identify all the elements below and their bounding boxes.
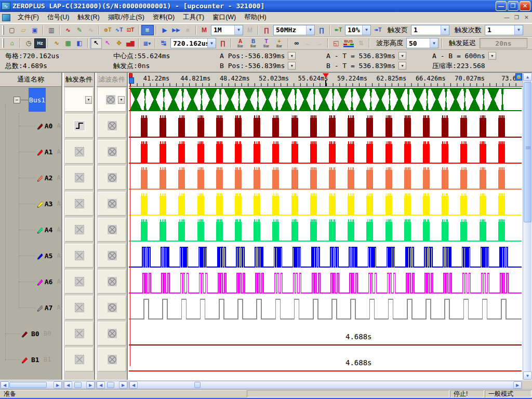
mdi-close-button[interactable]: ✕ [522, 14, 531, 21]
chevron-down-icon[interactable]: ▼ [430, 38, 438, 48]
run-icon[interactable]: ▶ [159, 24, 170, 35]
t-bar-button[interactable]: TBar [260, 38, 273, 49]
horizontal-scroll-thumb[interactable] [194, 382, 201, 388]
tree-collapse-icon[interactable]: − [14, 97, 20, 103]
scroll-right-button[interactable]: ▶ [119, 381, 127, 389]
menu-item-1[interactable]: 文件(F) [14, 12, 43, 23]
waveform-window-icon[interactable]: ∿ [51, 38, 62, 49]
chevron-down-icon[interactable]: ▼ [514, 25, 523, 35]
trigger-cell-b0[interactable] [65, 322, 94, 345]
b-bar-button[interactable]: BBar [247, 38, 260, 49]
filter-cell-a0[interactable] [98, 114, 126, 138]
chevron-down-icon[interactable]: ▼ [118, 96, 125, 104]
channel-panel-hscroll[interactable]: ◀▶ [0, 381, 62, 389]
a-bar-button[interactable]: ABar [234, 38, 247, 49]
chevron-down-icon[interactable]: ▼ [306, 25, 314, 35]
print-icon[interactable]: ▥ [46, 24, 57, 35]
menu-item-3[interactable]: 触发(R) [73, 12, 103, 23]
trigger-range-icon[interactable]: ⊡T [125, 24, 136, 35]
goto-trigger-icon[interactable]: ↠T [372, 24, 383, 35]
menu-item-8[interactable]: 帮助(H) [240, 12, 270, 23]
chevron-down-icon[interactable]: ▼ [398, 52, 406, 60]
trigger-pos-icon[interactable]: ↞T [332, 24, 344, 35]
filter-cell-a3[interactable] [98, 192, 126, 216]
scroll-down-button[interactable]: ▼ [523, 371, 532, 380]
trigger-wave-icon[interactable]: ∿T [113, 24, 125, 35]
trigger-cell-a7[interactable] [65, 296, 94, 320]
scroll-left-button[interactable]: ◀ [1, 381, 9, 389]
memory-depth-select[interactable]: 1M▼ [211, 25, 243, 35]
note-tool-icon[interactable]: ↖ [102, 38, 113, 49]
trigger-cell-a2[interactable] [65, 166, 94, 190]
compression-icon[interactable]: ∏ [261, 24, 272, 35]
screen-capture-icon[interactable]: ◱ [330, 38, 342, 49]
prev-edge-icon[interactable]: ← [302, 38, 314, 49]
trigger-count-select[interactable]: 1▼ [485, 25, 523, 35]
waveform-row-b0[interactable]: 4.688s [129, 321, 522, 347]
filter-cell-bus1[interactable]: ▼ [98, 88, 126, 112]
open-file-icon[interactable]: ▱ [18, 24, 29, 35]
home-icon[interactable]: ⌂ [6, 38, 18, 49]
listing-window-icon[interactable]: ▦ [62, 38, 74, 49]
waveform-row-b1[interactable]: 4.688s [129, 347, 522, 373]
restore-button[interactable]: ❐ [508, 1, 518, 11]
channel-row-bus1[interactable]: −Bus1 [0, 87, 62, 113]
time-ruler[interactable]: B 41.22ms44.821ms48.422ms52.023ms55.624m… [129, 73, 523, 87]
filter-cell-a2[interactable] [98, 166, 126, 190]
document-icon[interactable] [2, 14, 10, 21]
plus-bar-button[interactable]: +Bar [273, 38, 286, 49]
hand-tool-icon[interactable]: ✥ [113, 38, 125, 49]
waveform-area[interactable]: B 41.22ms44.821ms48.422ms52.023ms55.624m… [129, 73, 523, 380]
trigger-mark-icon[interactable]: ⊕T [102, 24, 113, 35]
horizontal-scroll-thumb[interactable] [107, 382, 114, 388]
wave-height-select[interactable]: 50▼ [406, 38, 438, 48]
clock-icon[interactable]: ◷ [23, 38, 34, 49]
waveform-row-a1[interactable] [129, 139, 522, 165]
filter-column-hscroll[interactable]: ◀▶ [96, 381, 128, 389]
zoom-fit-icon[interactable]: ↹ [158, 38, 169, 49]
filter-cell-a5[interactable] [98, 244, 126, 268]
waveform-row-a3[interactable] [129, 191, 522, 217]
chevron-down-icon[interactable]: ▼ [488, 52, 496, 60]
waveform-hscroll[interactable]: ◀▶ [129, 381, 522, 389]
menu-item-7[interactable]: 窗口(W) [208, 12, 240, 23]
scroll-right-button[interactable]: ▶ [513, 381, 522, 389]
scroll-up-button[interactable]: ▲ [523, 73, 532, 81]
filter-cell-b1[interactable] [98, 348, 126, 371]
chevron-down-icon[interactable]: ▼ [288, 52, 296, 60]
minimize-button[interactable]: — [496, 1, 507, 11]
waveform-row-bus1[interactable] [129, 87, 522, 113]
port-setup-icon[interactable]: ✎ [74, 24, 85, 35]
scroll-left-button[interactable]: ◀ [97, 381, 105, 389]
trigger-cell-a4[interactable] [65, 218, 94, 242]
waveform-row-a2[interactable] [129, 165, 522, 191]
trigger-cell-a0[interactable] [65, 114, 94, 138]
memory-page-icon[interactable]: M [244, 24, 256, 35]
scroll-right-button[interactable]: ▶ [54, 381, 62, 389]
filter-cell-a6[interactable] [98, 270, 126, 294]
close-button[interactable]: ✕ [520, 1, 530, 11]
scroll-left-button[interactable]: ◀ [129, 381, 138, 389]
trigger-cell-b1[interactable] [65, 348, 94, 371]
horizontal-scroll-thumb[interactable] [9, 382, 47, 388]
memory-depth-icon[interactable]: M [198, 24, 210, 35]
navigator-window-icon[interactable]: ◧ [74, 38, 85, 49]
menu-item-4[interactable]: 撷取/停止(S) [104, 12, 149, 23]
find-icon[interactable]: ∞ [291, 38, 302, 49]
chevron-down-icon[interactable]: ▼ [398, 62, 406, 70]
a-bar-marker[interactable] [129, 77, 134, 84]
bus-color-icon[interactable]: BUS [342, 38, 355, 48]
filter-cell-a4[interactable] [98, 218, 126, 242]
filter-cell-a1[interactable] [98, 140, 126, 164]
trigger-cell-a3[interactable] [65, 192, 94, 216]
waveform-row-a6[interactable] [129, 269, 522, 295]
b-bar-marker[interactable]: B [515, 73, 522, 81]
waveform-row-a0[interactable] [129, 113, 522, 139]
bar-chart-icon[interactable]: ▅▇ [125, 38, 136, 49]
trigger-column-hscroll[interactable]: ◀▶ [63, 381, 95, 389]
next-edge-icon[interactable]: → [314, 38, 325, 49]
wave-pointer-icon[interactable]: ∏ [217, 38, 229, 49]
waveform-row-a7[interactable] [129, 295, 522, 321]
chevron-down-icon[interactable]: ▼ [362, 25, 370, 35]
wave-mode-icon[interactable]: ▦▾ [141, 38, 153, 49]
